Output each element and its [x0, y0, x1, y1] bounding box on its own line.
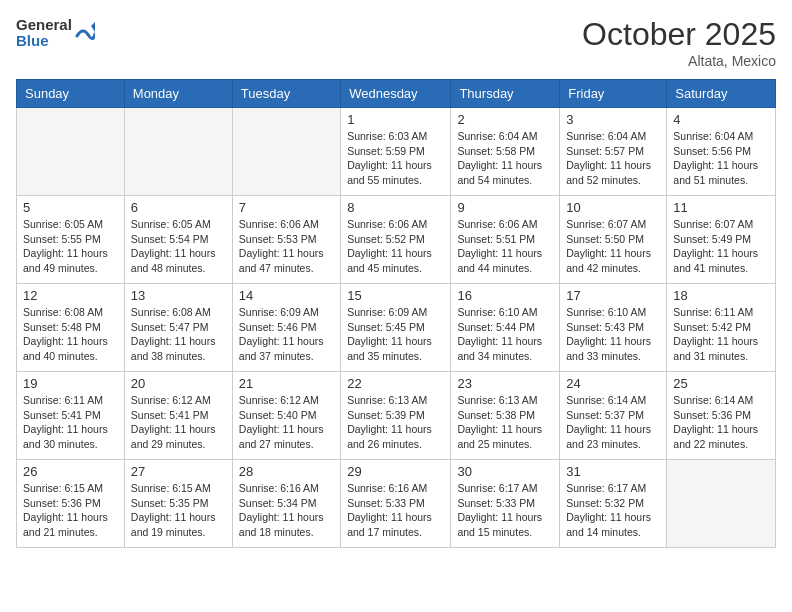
col-wednesday: Wednesday	[341, 80, 451, 108]
calendar-cell: 22Sunrise: 6:13 AM Sunset: 5:39 PM Dayli…	[341, 372, 451, 460]
day-number: 26	[23, 464, 118, 479]
title-section: October 2025 Altata, Mexico	[582, 16, 776, 69]
location: Altata, Mexico	[582, 53, 776, 69]
day-info: Sunrise: 6:04 AM Sunset: 5:56 PM Dayligh…	[673, 129, 769, 188]
day-number: 11	[673, 200, 769, 215]
day-number: 6	[131, 200, 226, 215]
day-number: 15	[347, 288, 444, 303]
calendar-cell	[667, 460, 776, 548]
day-info: Sunrise: 6:04 AM Sunset: 5:58 PM Dayligh…	[457, 129, 553, 188]
calendar-cell: 18Sunrise: 6:11 AM Sunset: 5:42 PM Dayli…	[667, 284, 776, 372]
day-info: Sunrise: 6:13 AM Sunset: 5:39 PM Dayligh…	[347, 393, 444, 452]
week-row-0: 1Sunrise: 6:03 AM Sunset: 5:59 PM Daylig…	[17, 108, 776, 196]
day-number: 20	[131, 376, 226, 391]
calendar-cell: 13Sunrise: 6:08 AM Sunset: 5:47 PM Dayli…	[124, 284, 232, 372]
day-info: Sunrise: 6:10 AM Sunset: 5:44 PM Dayligh…	[457, 305, 553, 364]
day-number: 16	[457, 288, 553, 303]
day-info: Sunrise: 6:09 AM Sunset: 5:46 PM Dayligh…	[239, 305, 334, 364]
calendar-cell: 25Sunrise: 6:14 AM Sunset: 5:36 PM Dayli…	[667, 372, 776, 460]
day-number: 2	[457, 112, 553, 127]
calendar-cell: 4Sunrise: 6:04 AM Sunset: 5:56 PM Daylig…	[667, 108, 776, 196]
calendar-cell: 24Sunrise: 6:14 AM Sunset: 5:37 PM Dayli…	[560, 372, 667, 460]
day-info: Sunrise: 6:05 AM Sunset: 5:54 PM Dayligh…	[131, 217, 226, 276]
calendar-cell: 10Sunrise: 6:07 AM Sunset: 5:50 PM Dayli…	[560, 196, 667, 284]
day-number: 30	[457, 464, 553, 479]
calendar-cell: 26Sunrise: 6:15 AM Sunset: 5:36 PM Dayli…	[17, 460, 125, 548]
calendar-cell: 5Sunrise: 6:05 AM Sunset: 5:55 PM Daylig…	[17, 196, 125, 284]
day-info: Sunrise: 6:16 AM Sunset: 5:34 PM Dayligh…	[239, 481, 334, 540]
day-info: Sunrise: 6:15 AM Sunset: 5:35 PM Dayligh…	[131, 481, 226, 540]
calendar-cell: 15Sunrise: 6:09 AM Sunset: 5:45 PM Dayli…	[341, 284, 451, 372]
day-info: Sunrise: 6:11 AM Sunset: 5:41 PM Dayligh…	[23, 393, 118, 452]
day-info: Sunrise: 6:06 AM Sunset: 5:51 PM Dayligh…	[457, 217, 553, 276]
day-number: 25	[673, 376, 769, 391]
week-row-3: 19Sunrise: 6:11 AM Sunset: 5:41 PM Dayli…	[17, 372, 776, 460]
day-number: 10	[566, 200, 660, 215]
week-row-2: 12Sunrise: 6:08 AM Sunset: 5:48 PM Dayli…	[17, 284, 776, 372]
calendar-cell: 21Sunrise: 6:12 AM Sunset: 5:40 PM Dayli…	[232, 372, 340, 460]
calendar-cell: 17Sunrise: 6:10 AM Sunset: 5:43 PM Dayli…	[560, 284, 667, 372]
logo-wordmark: General Blue	[16, 16, 95, 50]
calendar-cell: 12Sunrise: 6:08 AM Sunset: 5:48 PM Dayli…	[17, 284, 125, 372]
col-friday: Friday	[560, 80, 667, 108]
day-info: Sunrise: 6:16 AM Sunset: 5:33 PM Dayligh…	[347, 481, 444, 540]
day-number: 21	[239, 376, 334, 391]
day-number: 31	[566, 464, 660, 479]
day-number: 18	[673, 288, 769, 303]
calendar-cell: 9Sunrise: 6:06 AM Sunset: 5:51 PM Daylig…	[451, 196, 560, 284]
day-number: 9	[457, 200, 553, 215]
month-title: October 2025	[582, 16, 776, 53]
day-info: Sunrise: 6:06 AM Sunset: 5:52 PM Dayligh…	[347, 217, 444, 276]
day-number: 19	[23, 376, 118, 391]
day-number: 28	[239, 464, 334, 479]
calendar-cell	[232, 108, 340, 196]
col-thursday: Thursday	[451, 80, 560, 108]
day-number: 29	[347, 464, 444, 479]
day-number: 23	[457, 376, 553, 391]
day-number: 3	[566, 112, 660, 127]
calendar-cell: 1Sunrise: 6:03 AM Sunset: 5:59 PM Daylig…	[341, 108, 451, 196]
day-info: Sunrise: 6:09 AM Sunset: 5:45 PM Dayligh…	[347, 305, 444, 364]
day-info: Sunrise: 6:14 AM Sunset: 5:37 PM Dayligh…	[566, 393, 660, 452]
day-info: Sunrise: 6:17 AM Sunset: 5:33 PM Dayligh…	[457, 481, 553, 540]
day-info: Sunrise: 6:11 AM Sunset: 5:42 PM Dayligh…	[673, 305, 769, 364]
calendar-header-row: Sunday Monday Tuesday Wednesday Thursday…	[17, 80, 776, 108]
calendar-cell: 19Sunrise: 6:11 AM Sunset: 5:41 PM Dayli…	[17, 372, 125, 460]
day-info: Sunrise: 6:06 AM Sunset: 5:53 PM Dayligh…	[239, 217, 334, 276]
day-info: Sunrise: 6:04 AM Sunset: 5:57 PM Dayligh…	[566, 129, 660, 188]
calendar-table: Sunday Monday Tuesday Wednesday Thursday…	[16, 79, 776, 548]
calendar-cell: 7Sunrise: 6:06 AM Sunset: 5:53 PM Daylig…	[232, 196, 340, 284]
logo-blue-text: Blue	[16, 33, 72, 50]
calendar-cell: 28Sunrise: 6:16 AM Sunset: 5:34 PM Dayli…	[232, 460, 340, 548]
calendar-cell: 20Sunrise: 6:12 AM Sunset: 5:41 PM Dayli…	[124, 372, 232, 460]
page-header: General Blue October 2025 Altata, Mexico	[16, 16, 776, 69]
col-monday: Monday	[124, 80, 232, 108]
day-number: 1	[347, 112, 444, 127]
day-number: 5	[23, 200, 118, 215]
calendar-cell	[124, 108, 232, 196]
day-info: Sunrise: 6:05 AM Sunset: 5:55 PM Dayligh…	[23, 217, 118, 276]
day-info: Sunrise: 6:10 AM Sunset: 5:43 PM Dayligh…	[566, 305, 660, 364]
svg-marker-0	[91, 22, 95, 32]
week-row-1: 5Sunrise: 6:05 AM Sunset: 5:55 PM Daylig…	[17, 196, 776, 284]
col-sunday: Sunday	[17, 80, 125, 108]
day-info: Sunrise: 6:12 AM Sunset: 5:40 PM Dayligh…	[239, 393, 334, 452]
calendar-cell: 14Sunrise: 6:09 AM Sunset: 5:46 PM Dayli…	[232, 284, 340, 372]
day-number: 12	[23, 288, 118, 303]
day-info: Sunrise: 6:08 AM Sunset: 5:48 PM Dayligh…	[23, 305, 118, 364]
calendar-cell: 30Sunrise: 6:17 AM Sunset: 5:33 PM Dayli…	[451, 460, 560, 548]
day-info: Sunrise: 6:12 AM Sunset: 5:41 PM Dayligh…	[131, 393, 226, 452]
calendar-cell: 8Sunrise: 6:06 AM Sunset: 5:52 PM Daylig…	[341, 196, 451, 284]
day-info: Sunrise: 6:17 AM Sunset: 5:32 PM Dayligh…	[566, 481, 660, 540]
day-number: 27	[131, 464, 226, 479]
day-number: 7	[239, 200, 334, 215]
day-number: 4	[673, 112, 769, 127]
logo-wave-icon	[75, 16, 95, 50]
day-info: Sunrise: 6:14 AM Sunset: 5:36 PM Dayligh…	[673, 393, 769, 452]
logo-general-text: General	[16, 17, 72, 34]
col-tuesday: Tuesday	[232, 80, 340, 108]
day-info: Sunrise: 6:15 AM Sunset: 5:36 PM Dayligh…	[23, 481, 118, 540]
day-info: Sunrise: 6:07 AM Sunset: 5:49 PM Dayligh…	[673, 217, 769, 276]
day-number: 17	[566, 288, 660, 303]
day-info: Sunrise: 6:07 AM Sunset: 5:50 PM Dayligh…	[566, 217, 660, 276]
